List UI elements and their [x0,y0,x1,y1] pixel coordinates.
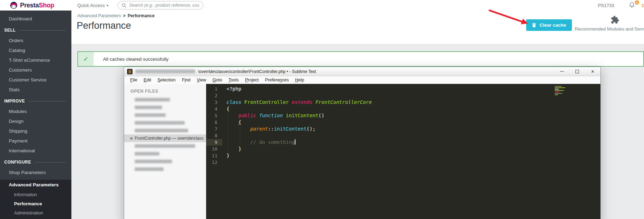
code-text: } [222,146,241,152]
sidebar-item-customers[interactable]: Customers [0,65,71,75]
line-number: 10 [206,146,222,152]
search-icon [121,3,127,8]
redacted-filename [135,98,170,101]
file-row-redacted[interactable] [124,150,206,158]
menu-file[interactable]: File [127,78,140,82]
sidebar-item-modules[interactable]: Modules [0,107,71,117]
open-files-list: FrontController.php — override\class [124,96,206,173]
sidebar-item-catalog[interactable]: Catalog [0,46,71,55]
code-line-1[interactable]: 1<?php [206,86,600,92]
sidebar-item-information[interactable]: Information [0,190,71,199]
code-text: } [222,152,229,159]
redacted-filename [135,106,162,109]
maximize-button[interactable] [569,67,585,76]
file-row-redacted[interactable] [124,127,206,134]
search-input[interactable] [129,3,199,8]
menu-find[interactable]: Find [179,78,193,82]
close-button[interactable]: ✕ [585,67,600,76]
code-text: // do something [222,139,295,146]
redacted-filename [135,167,164,171]
sidebar-item-payment[interactable]: Payment [0,136,71,146]
file-row-redacted[interactable] [124,96,206,104]
code-text: { [222,106,229,112]
file-row-redacted[interactable] [124,119,206,127]
shop-id-label: PS1733 [598,3,614,8]
code-text: <?php [222,86,241,92]
sidebar-item-orders[interactable]: Orders [0,36,71,46]
file-row-redacted[interactable] [124,111,206,119]
recommended-modules-button[interactable]: Recommended Modules and Servic [575,15,644,32]
chevron-down-icon: ▾ [107,4,108,7]
redacted-filename [135,160,172,163]
sublime-file-sidebar: OPEN FILES FrontController.php — overrid… [124,84,206,219]
menu-tools[interactable]: Tools [225,78,242,82]
file-row-redacted[interactable] [124,142,206,150]
sidebar-item-dashboard[interactable]: Dashboard [0,14,71,24]
menu-goto[interactable]: Goto [209,78,225,82]
minimap-mark [555,94,558,95]
code-text: class FrontController extends FrontContr… [222,99,372,106]
breadcrumb-separator: > [123,13,126,18]
indent-guide [240,126,240,146]
sublime-logo-icon: S [127,69,133,74]
code-line-8[interactable]: 8 [206,132,600,139]
code-line-10[interactable]: 10 } [206,146,600,152]
recommended-modules-label: Recommended Modules and Servic [575,26,644,32]
line-number: 2 [206,92,222,99]
quick-access-dropdown[interactable]: Quick Access ▾ [77,3,108,8]
check-icon: ✓ [83,55,88,63]
prestashop-logo[interactable]: PrestaShop [10,1,54,9]
minimap-mark [555,92,560,92]
code-line-7[interactable]: 7 parent::initContent(); [206,126,600,132]
file-row-redacted[interactable] [124,158,206,165]
redacted-filename [135,144,195,148]
code-line-5[interactable]: 5 public function initContent() [206,112,600,119]
menu-preferences[interactable]: Preferences [262,78,292,82]
code-line-11[interactable]: 11} [206,152,600,159]
breadcrumb-parent[interactable]: Advanced Parameters [77,13,121,18]
success-alert: ✓ All caches cleared successfully [77,51,644,67]
menu-edit[interactable]: Edit [140,78,154,82]
edge-counter: 1 [642,3,644,8]
menu-selection[interactable]: Selection [154,78,179,82]
code-line-6[interactable]: 6 { [206,119,600,126]
minimap[interactable] [555,86,572,95]
sidebar-item-design[interactable]: Design [0,117,71,126]
file-row-redacted[interactable] [124,165,206,173]
clear-cache-button[interactable]: Clear cache [526,19,572,31]
sidebar-item-performance[interactable]: Performance [0,199,71,208]
file-row-frontcontroller[interactable]: FrontController.php — override\class [124,134,206,142]
alert-message: All caches cleared successfully [94,52,168,66]
sidebar-item-t-shirt-ecommerce[interactable]: T-Shirt eCommerce [0,55,71,65]
logo-text: PrestaShop [20,2,54,9]
code-line-4[interactable]: 4{ [206,106,600,112]
code-line-9[interactable]: 9 // do something [206,139,600,146]
code-text [222,132,227,139]
sidebar-item-administration[interactable]: Administration [0,208,71,218]
sidebar-item-stats[interactable]: Stats [0,85,71,95]
sidebar-item-customer-service[interactable]: Customer Service [0,75,71,85]
sidebar-item-shop-parameters[interactable]: Shop Parameters [0,168,71,178]
line-number: 4 [206,106,222,112]
file-row-redacted[interactable] [124,104,206,111]
line-number: 9 [206,139,222,146]
sublime-titlebar[interactable]: S \override\classes\controller\FrontCont… [124,67,600,76]
menu-project[interactable]: Project [242,78,262,82]
code-editor[interactable]: 1<?php23class FrontController extends Fr… [206,84,600,219]
sidebar-item-advanced-parameters[interactable]: Advanced Parameters [0,180,71,190]
code-line-3[interactable]: 3class FrontController extends FrontCont… [206,99,600,106]
minimap-mark [555,93,562,94]
open-files-header: OPEN FILES [130,89,206,94]
prestashop-monkey-icon [10,1,18,9]
notifications-bell[interactable]: 0 [628,1,637,10]
sidebar-section-sell: SELL [0,25,71,36]
sidebar-item-shipping[interactable]: Shipping [0,126,71,136]
page-title: Performance [77,20,131,31]
code-line-12[interactable]: 12 [206,159,600,166]
close-icon: ✕ [591,69,594,74]
menu-help[interactable]: Help [292,78,307,82]
sidebar-item-international[interactable]: International [0,146,71,156]
code-line-2[interactable]: 2 [206,92,600,99]
minimize-button[interactable] [554,67,569,76]
menu-view[interactable]: View [193,78,209,82]
